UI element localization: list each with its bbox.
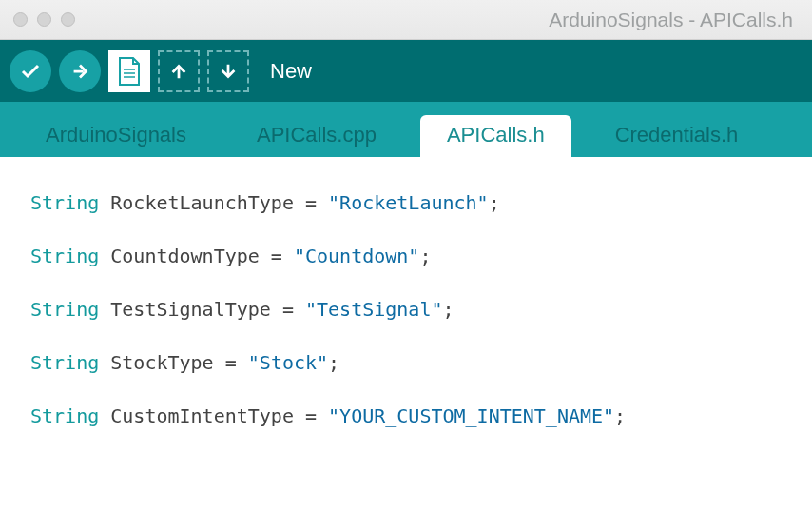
arrow-right-icon bbox=[69, 61, 90, 82]
code-line: String RocketLaunchType = "RocketLaunch"… bbox=[10, 189, 802, 216]
tab-arduinosignals[interactable]: ArduinoSignals bbox=[19, 115, 213, 157]
tab-apicalls-h[interactable]: APICalls.h bbox=[420, 115, 571, 157]
toolbar-status-label: New bbox=[270, 59, 312, 84]
traffic-lights bbox=[13, 12, 75, 27]
file-icon bbox=[116, 56, 143, 87]
save-button[interactable] bbox=[207, 50, 249, 92]
titlebar: ArduinoSignals - APICalls.h bbox=[0, 0, 812, 40]
code-editor[interactable]: String RocketLaunchType = "RocketLaunch"… bbox=[0, 157, 812, 512]
code-line: String StockType = "Stock"; bbox=[10, 349, 802, 376]
code-line: String TestSignalType = "TestSignal"; bbox=[10, 296, 802, 323]
toolbar: New bbox=[0, 40, 812, 102]
window-title: ArduinoSignals - APICalls.h bbox=[75, 9, 799, 31]
code-line: String CustomIntentType = "YOUR_CUSTOM_I… bbox=[10, 403, 802, 429]
upload-button[interactable] bbox=[59, 50, 101, 92]
tab-bar: ArduinoSignals APICalls.cpp APICalls.h C… bbox=[0, 102, 812, 157]
new-button[interactable] bbox=[108, 50, 150, 92]
minimize-window-button[interactable] bbox=[37, 12, 51, 27]
code-line bbox=[10, 456, 802, 482]
tab-apicalls-cpp[interactable]: APICalls.cpp bbox=[230, 115, 403, 157]
tab-credentials-h[interactable]: Credentials.h bbox=[589, 115, 765, 157]
check-icon bbox=[19, 60, 42, 83]
zoom-window-button[interactable] bbox=[61, 12, 75, 27]
code-line: String CountdownType = "Countdown"; bbox=[10, 243, 802, 269]
close-window-button[interactable] bbox=[13, 12, 28, 27]
arrow-down-icon bbox=[218, 61, 239, 82]
verify-button[interactable] bbox=[10, 50, 51, 92]
open-button[interactable] bbox=[158, 50, 200, 92]
arrow-up-icon bbox=[168, 61, 189, 82]
